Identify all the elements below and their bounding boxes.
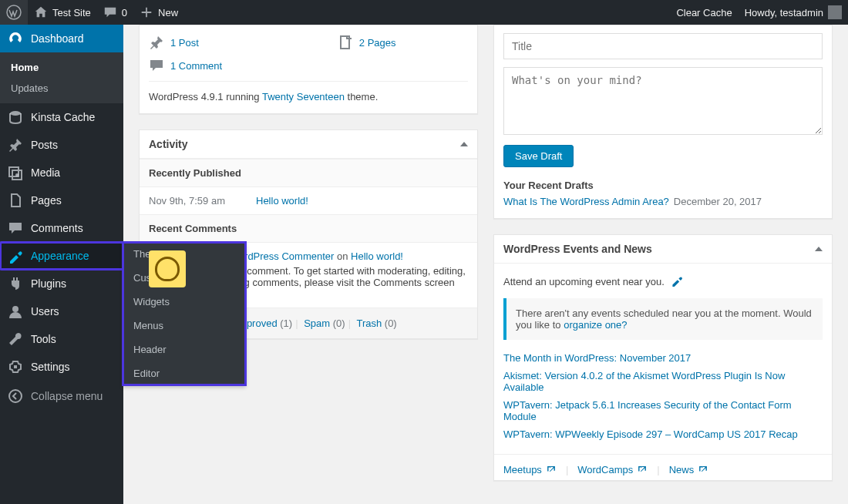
published-item: Nov 9th, 7:59 am Hello world! (140, 187, 477, 214)
svg-point-5 (9, 390, 22, 402)
mod-trash[interactable]: Trash (356, 318, 382, 329)
theme-link[interactable]: Twenty Seventeen (262, 91, 345, 102)
pages-icon (338, 35, 353, 50)
menu-dashboard[interactable]: Dashboard (0, 25, 123, 52)
svg-rect-4 (14, 365, 17, 368)
site-name: Test Site (52, 7, 91, 18)
toggle-events[interactable] (815, 247, 823, 251)
adminbar-new-label: New (158, 7, 178, 18)
glance-posts[interactable]: 1 Post (149, 35, 199, 50)
events-intro: Attend an upcoming event near you. (503, 276, 665, 287)
menu-posts[interactable]: Posts (0, 131, 123, 159)
glance-comments[interactable]: 1 Comment (149, 58, 468, 81)
home-icon (34, 5, 48, 19)
comment-icon (149, 58, 164, 73)
draft-date: December 20, 2017 (674, 196, 762, 207)
adminbar-new[interactable]: New (133, 0, 184, 25)
save-draft-button[interactable]: Save Draft (503, 145, 574, 167)
draft-link[interactable]: What Is The WordPress Admin Area? (503, 196, 669, 207)
news-link[interactable]: News (669, 464, 709, 475)
recently-published-heading: Recently Published (140, 159, 477, 187)
submenu-appearance-header[interactable]: Header (123, 338, 246, 361)
news-item[interactable]: WPTavern: Jetpack 5.6.1 Increases Securi… (503, 399, 792, 422)
menu-media[interactable]: Media (0, 159, 123, 186)
wp-version-line: WordPress 4.9.1 running Twenty Seventeen… (149, 81, 468, 102)
comment-post-link[interactable]: Hello world! (351, 250, 403, 262)
admin-menu: Dashboard Home Updates Kinsta Cache Post… (0, 25, 123, 504)
external-icon (546, 465, 557, 475)
dashboard-icon (8, 31, 23, 46)
wordcamps-link[interactable]: WordCamps (577, 464, 648, 475)
pencil-icon (671, 274, 683, 287)
widget-events-news: WordPress Events and News Attend an upco… (493, 234, 833, 481)
draft-content-input[interactable] (503, 67, 823, 135)
news-item[interactable]: The Month in WordPress: November 2017 (503, 352, 691, 364)
clear-cache-link[interactable]: Clear Cache (670, 0, 738, 25)
wp-logo[interactable] (0, 0, 28, 25)
draft-title-input[interactable] (503, 33, 823, 59)
submenu-home[interactable]: Home (0, 57, 123, 78)
widget-quick-draft: Save Draft Your Recent Drafts What Is Th… (493, 25, 833, 219)
recent-comments-heading: Recent Comments (140, 214, 477, 243)
events-title: WordPress Events and News (503, 243, 652, 255)
glance-pages[interactable]: 2 Pages (338, 35, 396, 50)
site-name-link[interactable]: Test Site (28, 0, 97, 25)
external-icon (698, 465, 708, 475)
menu-comments[interactable]: Comments (0, 214, 123, 242)
meetups-link[interactable]: Meetups (503, 464, 557, 475)
pages-icon (8, 193, 23, 208)
howdy-text: Howdy, testadmin (745, 7, 823, 18)
adminbar-comments[interactable]: 0 (97, 0, 133, 25)
submenu-updates[interactable]: Updates (0, 78, 123, 99)
menu-appearance[interactable]: Appearance ThemesCustomizeWidgetsMenusHe… (0, 242, 123, 270)
published-link[interactable]: Hello world! (256, 195, 308, 207)
my-account[interactable]: Howdy, testadmin (739, 0, 848, 25)
comments-icon (8, 220, 23, 236)
submenu-appearance-menus[interactable]: Menus (123, 314, 246, 338)
edit-location-button[interactable] (671, 274, 683, 289)
comment-icon (103, 5, 117, 19)
pin-icon (149, 35, 164, 50)
news-list: The Month in WordPress: November 2017Aki… (503, 349, 823, 443)
appearance-icon (8, 248, 23, 264)
menu-kinsta-cache[interactable]: Kinsta Cache (0, 103, 123, 131)
avatar (828, 5, 842, 19)
collapse-icon (8, 388, 23, 404)
menu-plugins[interactable]: Plugins (0, 270, 123, 297)
menu-pages[interactable]: Pages (0, 186, 123, 214)
menu-users[interactable]: Users (0, 297, 123, 325)
submenu-appearance-editor[interactable]: Editor (123, 361, 246, 385)
menu-tools[interactable]: Tools (0, 325, 123, 353)
admin-bar: Test Site 0 New Clear Cache Howdy, testa… (0, 0, 848, 25)
news-item[interactable]: WPTavern: WPWeekly Episode 297 – WordCam… (503, 428, 798, 440)
plus-icon (140, 5, 153, 19)
commenter-avatar (149, 250, 186, 287)
widget-at-a-glance: 1 Post 2 Pages 1 Comment WordPress 4.9.1… (139, 25, 478, 114)
menu-settings[interactable]: Settings (0, 353, 123, 381)
news-item[interactable]: Akismet: Version 4.0.2 of the Akismet Wo… (503, 370, 785, 393)
mod-spam[interactable]: Spam (304, 318, 330, 329)
collapse-menu[interactable]: Collapse menu (0, 381, 123, 412)
submenu-appearance-widgets[interactable]: Widgets (123, 290, 246, 314)
settings-icon (8, 359, 23, 375)
adminbar-comment-count: 0 (122, 7, 127, 18)
wordpress-icon (6, 5, 22, 20)
plugins-icon (8, 276, 23, 291)
toggle-activity[interactable] (460, 142, 468, 146)
no-events-note: There aren't any events scheduled near y… (503, 298, 823, 340)
published-date: Nov 9th, 7:59 am (149, 195, 225, 207)
draft-item: What Is The WordPress Admin Area?Decembe… (503, 196, 823, 207)
tools-icon (8, 331, 23, 347)
events-footer-links: Meetups | WordCamps | News (494, 454, 832, 480)
database-icon (8, 109, 23, 125)
media-icon (8, 165, 23, 180)
recent-drafts-heading: Your Recent Drafts (503, 180, 823, 191)
users-icon (8, 304, 23, 319)
submenu-dashboard: Home Updates (0, 52, 123, 103)
svg-point-3 (12, 306, 19, 312)
pin-icon (8, 137, 23, 153)
organize-link[interactable]: organize one? (564, 319, 627, 331)
external-icon (637, 465, 648, 475)
svg-point-2 (15, 173, 19, 176)
activity-title: Activity (149, 138, 188, 150)
